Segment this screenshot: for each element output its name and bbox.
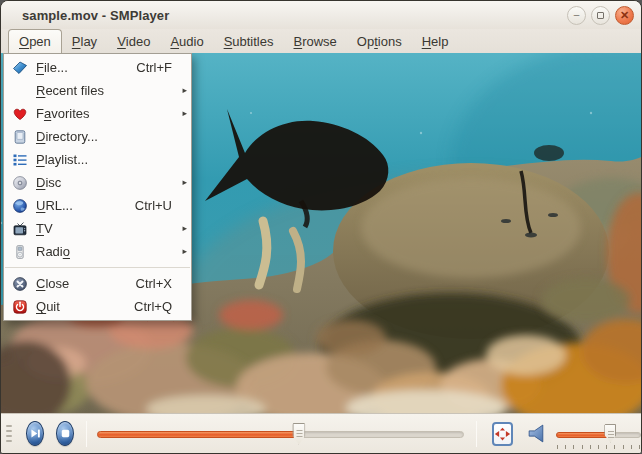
volume-level (556, 432, 610, 438)
menu-item-directory[interactable]: Directory... (4, 125, 191, 148)
menu-item-quit[interactable]: QuitCtrl+Q (4, 295, 191, 318)
stop-button[interactable] (56, 421, 74, 446)
minimize-button[interactable]: – (567, 6, 586, 25)
menu-item-shortcut: Ctrl+U (135, 198, 177, 213)
quit-icon (11, 299, 29, 315)
titlebar[interactable]: sample.mov - SMPlayer – ✕ (1, 1, 641, 29)
menu-separator (5, 267, 190, 268)
speaker-icon (526, 423, 547, 444)
menu-item-label: Close (36, 276, 69, 291)
menu-item-label: Radio (36, 244, 70, 259)
control-bar (1, 413, 641, 453)
file-icon (11, 60, 29, 76)
fullscreen-icon (494, 427, 511, 441)
submenu-arrow-icon: ▸ (177, 247, 187, 256)
volume-slider-thumb[interactable] (604, 424, 616, 443)
seek-slider-thumb[interactable] (292, 423, 305, 445)
volume-tick-marks (557, 445, 640, 449)
menu-item-label: URL... (36, 198, 73, 213)
menu-item-label: Disc (36, 175, 61, 190)
menubar-item-audio[interactable]: Audio (160, 29, 213, 53)
menu-item-shortcut: Ctrl+Q (134, 299, 177, 314)
submenu-arrow-icon: ▸ (177, 224, 187, 233)
url-globe-icon (11, 198, 29, 214)
menu-item-label: Playlist... (36, 152, 88, 167)
submenu-arrow-icon: ▸ (177, 178, 187, 187)
open-menu-panel: File...Ctrl+FRecent files▸Favorites▸Dire… (3, 53, 192, 321)
maximize-icon (597, 12, 604, 19)
stop-icon (59, 427, 72, 440)
menubar-item-help[interactable]: Help (412, 29, 459, 53)
window-title: sample.mov - SMPlayer (1, 8, 169, 23)
seek-progress (97, 431, 299, 438)
menu-item-recent-files[interactable]: Recent files▸ (4, 79, 191, 102)
menu-item-url[interactable]: URL...Ctrl+U (4, 194, 191, 217)
fullscreen-button[interactable] (492, 422, 513, 446)
submenu-arrow-icon: ▸ (177, 86, 187, 95)
menubar: OpenPlayVideoAudioSubtitlesBrowseOptions… (1, 29, 641, 53)
menu-item-label: Favorites (36, 106, 89, 121)
volume-mute-toggle[interactable] (526, 423, 547, 444)
menu-item-label: Quit (36, 299, 60, 314)
window-controls: – ✕ (567, 6, 641, 25)
menubar-item-open[interactable]: Open (8, 29, 62, 53)
toolbar-separator (86, 421, 87, 447)
menu-item-label: TV (36, 221, 53, 236)
playlist-icon (11, 152, 29, 168)
play-pause-icon (29, 427, 42, 440)
no-icon (11, 83, 29, 99)
directory-icon (11, 129, 29, 145)
menu-item-label: Recent files (36, 83, 104, 98)
close-button[interactable]: ✕ (615, 6, 634, 25)
menu-item-radio[interactable]: Radio▸ (4, 240, 191, 263)
menubar-item-browse[interactable]: Browse (284, 29, 347, 53)
toolbar-drag-handle[interactable] (4, 421, 14, 446)
smplayer-window: sample.mov - SMPlayer – ✕ OpenPlayVideoA… (0, 0, 642, 454)
menubar-item-play[interactable]: Play (62, 29, 107, 53)
menu-item-shortcut: Ctrl+F (136, 60, 177, 75)
tv-icon (11, 221, 29, 237)
menu-item-tv[interactable]: TV▸ (4, 217, 191, 240)
favorites-heart-icon (11, 106, 29, 122)
menu-item-disc[interactable]: Disc▸ (4, 171, 191, 194)
menu-item-shortcut: Ctrl+X (136, 276, 177, 291)
menu-item-label: Directory... (36, 129, 98, 144)
toolbar-separator (476, 421, 477, 447)
menubar-item-subtitles[interactable]: Subtitles (214, 29, 284, 53)
menu-item-file[interactable]: File...Ctrl+F (4, 56, 191, 79)
disc-icon (11, 175, 29, 191)
menu-item-favorites[interactable]: Favorites▸ (4, 102, 191, 125)
radio-icon (11, 244, 29, 260)
menubar-item-video[interactable]: Video (107, 29, 160, 53)
menubar-item-options[interactable]: Options (347, 29, 412, 53)
maximize-button[interactable] (591, 6, 610, 25)
menu-item-close[interactable]: CloseCtrl+X (4, 272, 191, 295)
volume-slider[interactable] (556, 424, 641, 450)
menu-item-playlist[interactable]: Playlist... (4, 148, 191, 171)
close-icon (11, 276, 29, 292)
submenu-arrow-icon: ▸ (177, 109, 187, 118)
seek-slider[interactable] (97, 421, 464, 447)
menu-item-label: File... (36, 60, 68, 75)
play-pause-button[interactable] (26, 421, 44, 446)
